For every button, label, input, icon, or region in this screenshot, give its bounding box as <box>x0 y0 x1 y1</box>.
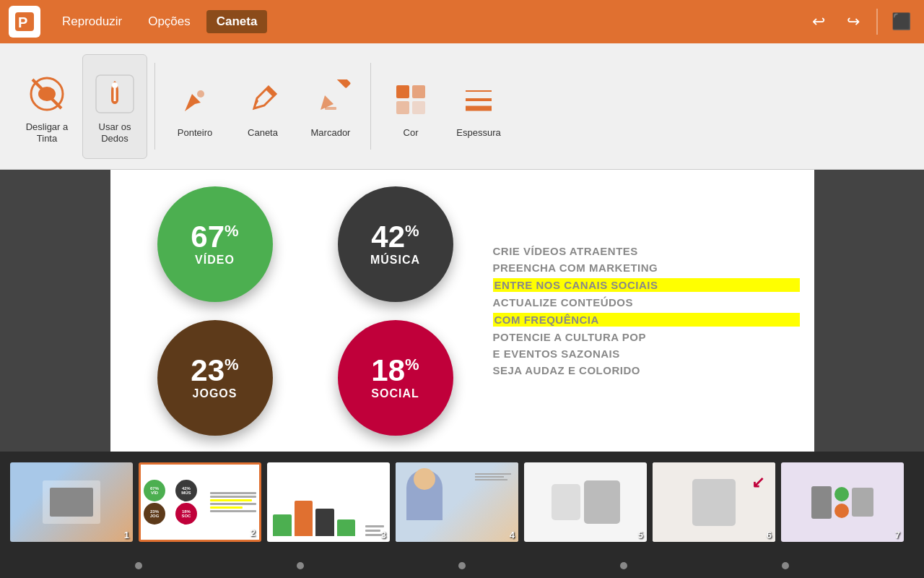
ponteiro-icon <box>172 77 218 123</box>
tool-caneta[interactable]: Caneta <box>230 54 295 159</box>
thumb-num-5: 5 <box>638 530 643 540</box>
svg-text:P: P <box>18 14 27 30</box>
text-line-5: COM FREQUÊNCIA <box>493 313 800 327</box>
dot-3 <box>458 562 466 569</box>
thumb-num-2: 2 <box>250 527 256 538</box>
text-line-4: ACTUALIZE CONTEÚDOS <box>493 296 800 309</box>
slide-content: 67% VÍDEO 42% MÚSICA 23% JOGOS 18% SOCIA… <box>110 170 814 452</box>
dot-4 <box>620 562 627 569</box>
toolbar-divider-1 <box>154 63 155 150</box>
redo-button[interactable]: ↪ <box>839 7 868 36</box>
thumbnail-5[interactable]: 5 <box>524 462 647 542</box>
nav-caneta[interactable]: Caneta <box>206 10 268 33</box>
dot-2 <box>297 562 304 569</box>
exit-button[interactable]: ⬛ <box>886 7 915 36</box>
tool-label-espessura: Espessura <box>456 127 500 139</box>
svg-rect-11 <box>396 85 409 98</box>
tool-marcador[interactable]: Marcador <box>298 54 363 159</box>
toolbar: Desligar aTinta Usar osDedos Ponteiro <box>0 43 924 170</box>
lbl-jogos: JOGOS <box>193 387 237 400</box>
tool-cor[interactable]: Cor <box>378 54 443 159</box>
dot-5 <box>782 562 789 569</box>
tool-label-dedos: Usar osDedos <box>99 121 131 144</box>
usar-dedos-icon <box>92 71 138 117</box>
thumbnail-7[interactable]: 7 <box>781 462 904 542</box>
caneta-icon <box>240 77 286 123</box>
bubble-musica: 42% MÚSICA <box>338 186 453 302</box>
text-line-8: SEJA AUDAZ E COLORIDO <box>493 364 800 376</box>
bubble-social: 18% SOCIAL <box>338 320 453 436</box>
slide-left: 67% VÍDEO 42% MÚSICA 23% JOGOS 18% SOCIA… <box>110 170 486 452</box>
thumbnail-strip: 1 67%VÍD 42%MÚS 23%JOG 18%SOC <box>0 452 924 553</box>
svg-rect-12 <box>412 85 425 98</box>
thumbnail-4[interactable]: 4 <box>396 462 518 542</box>
cor-icon <box>388 77 434 123</box>
text-line-2: PREENCHA COM MARKETING <box>493 262 800 274</box>
thumb-num-6: 6 <box>767 530 772 540</box>
app-logo: P <box>9 6 40 38</box>
svg-rect-13 <box>396 101 409 114</box>
thumb-num-1: 1 <box>124 530 129 540</box>
tool-label-marcador: Marcador <box>311 127 351 139</box>
svg-point-6 <box>112 82 118 88</box>
tool-espessura[interactable]: Espessura <box>446 54 511 159</box>
slide-area: 67% VÍDEO 42% MÚSICA 23% JOGOS 18% SOCIA… <box>0 170 924 452</box>
tool-label-desligar: Desligar aTinta <box>26 121 69 144</box>
svg-rect-10 <box>325 107 336 110</box>
bottom-dots <box>0 553 924 578</box>
thumb-num-4: 4 <box>510 530 515 540</box>
bubble-jogos: 23% JOGOS <box>157 320 273 436</box>
text-line-6: POTENCIE A CULTURA POP <box>493 331 800 343</box>
pct-social: 18% <box>371 355 419 386</box>
nav-opcoes[interactable]: Opções <box>138 10 201 33</box>
svg-rect-9 <box>328 79 351 88</box>
thumbnail-6[interactable]: ↙ 6 <box>653 462 775 542</box>
bubble-video: 67% VÍDEO <box>157 186 273 302</box>
marcador-icon <box>308 77 354 123</box>
thumbnail-1[interactable]: 1 <box>10 462 133 542</box>
text-line-7: E EVENTOS SAZONAIS <box>493 348 800 360</box>
tool-label-caneta: Caneta <box>248 127 278 139</box>
tool-label-cor: Cor <box>404 127 419 139</box>
thumb-num-3: 3 <box>381 530 386 540</box>
thumbnail-3[interactable]: 3 <box>267 462 390 542</box>
tool-desligar-tinta[interactable]: Desligar aTinta <box>14 54 79 159</box>
lbl-musica: MÚSICA <box>370 254 420 267</box>
slide-right: CRIE VÍDEOS ATRAENTES PREENCHA COM MARKE… <box>486 170 814 452</box>
top-bar: P Reproduzir Opções Caneta ↩ ↪ ⬛ <box>0 0 924 43</box>
pct-musica: 42% <box>371 222 419 252</box>
tool-usar-dedos[interactable]: Usar osDedos <box>82 54 147 159</box>
text-line-1: CRIE VÍDEOS ATRAENTES <box>493 245 800 257</box>
thumbnail-2[interactable]: 67%VÍD 42%MÚS 23%JOG 18%SOC <box>139 462 261 542</box>
pct-jogos: 23% <box>191 355 238 386</box>
nav-reproduzir[interactable]: Reproduzir <box>52 10 132 33</box>
svg-rect-14 <box>412 101 425 114</box>
tool-label-ponteiro: Ponteiro <box>178 127 212 139</box>
pct-video: 67% <box>191 222 238 252</box>
toolbar-divider-2 <box>370 63 371 150</box>
desligar-tinta-icon <box>24 71 70 117</box>
text-line-3: ENTRE NOS CANAIS SOCIAIS <box>493 278 800 292</box>
undo-button[interactable]: ↩ <box>804 7 833 36</box>
svg-line-4 <box>32 79 61 108</box>
svg-point-8 <box>197 90 204 98</box>
lbl-social: SOCIAL <box>371 387 419 400</box>
thumb-num-7: 7 <box>895 530 900 540</box>
dot-1 <box>135 562 142 569</box>
divider <box>876 9 878 35</box>
tool-ponteiro[interactable]: Ponteiro <box>162 54 227 159</box>
espessura-icon <box>456 77 502 123</box>
lbl-video: VÍDEO <box>195 254 235 267</box>
